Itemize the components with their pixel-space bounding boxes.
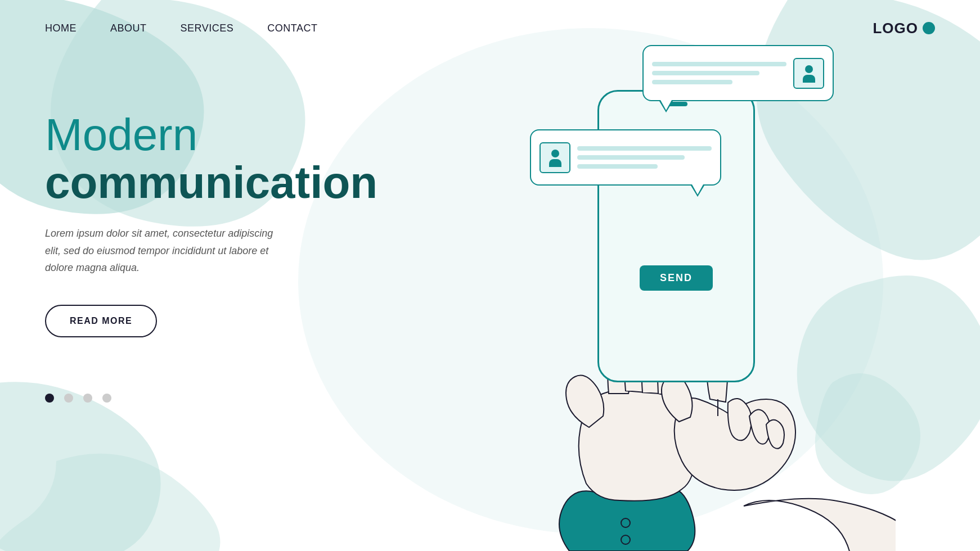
nav-contact[interactable]: CONTACT [267,22,317,34]
read-more-button[interactable]: READ MORE [45,305,157,337]
avatar-head [551,150,559,157]
avatar-left [540,142,570,173]
avatar-body [803,75,815,83]
pagination [45,394,111,403]
nav-home[interactable]: HOME [45,22,77,34]
bubble-line [652,80,732,84]
avatar-right [793,58,824,89]
hero-title-light: Modern [45,112,326,157]
bubble-lines-left [577,146,712,169]
bubble-lines-right [652,62,786,84]
avatar-head [805,65,813,73]
avatar-figure-left [547,150,563,165]
logo-dot [923,22,935,34]
pagination-dot-1[interactable] [45,394,54,403]
hero-title-bold: communication [45,160,326,205]
nav-services[interactable]: SERVICES [181,22,234,34]
bubble-line [577,164,658,169]
nav-links: HOME ABOUT SERVICES CONTACT [45,22,317,34]
bubble-line [652,71,759,75]
chat-bubble-left [530,129,721,186]
bubble-line [577,146,712,151]
avatar-body [549,159,561,167]
nav-about[interactable]: ABOUT [110,22,147,34]
bubble-line [577,155,685,160]
pagination-dot-2[interactable] [64,394,73,403]
hero-description: Lorem ipsum dolor sit amet, consectetur … [45,225,281,277]
logo: LOGO [873,20,935,37]
pagination-dot-4[interactable] [102,394,111,403]
illustration-area: SEND [474,0,980,551]
navigation: HOME ABOUT SERVICES CONTACT LOGO [0,0,980,56]
avatar-figure-right [801,65,817,81]
pagination-dot-3[interactable] [83,394,92,403]
bubble-line [652,62,786,66]
send-button[interactable]: SEND [640,265,713,291]
hero-content: Modern communication Lorem ipsum dolor s… [45,112,326,337]
